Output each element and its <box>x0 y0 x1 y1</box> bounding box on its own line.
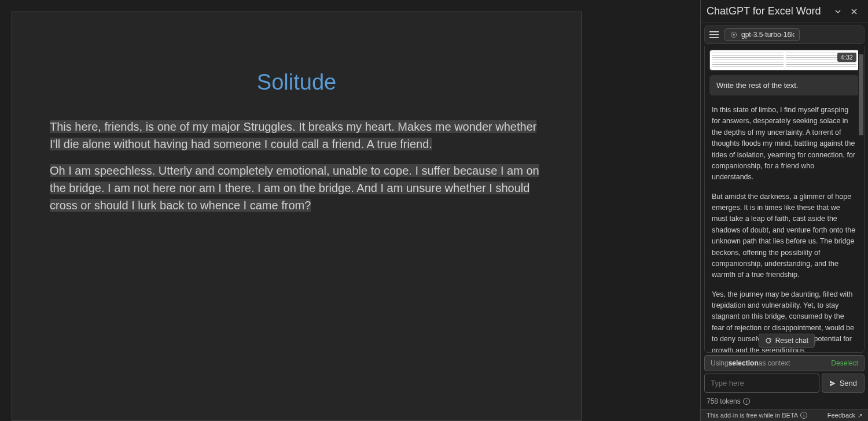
close-icon[interactable] <box>846 3 862 20</box>
token-count: 758 tokens <box>707 397 741 405</box>
panel-scrollbar-bottom[interactable] <box>856 398 862 404</box>
panel-title: ChatGPT for Excel Word <box>707 5 830 17</box>
panel-header: ChatGPT for Excel Word <box>701 0 868 23</box>
openai-icon <box>730 31 738 39</box>
hamburger-icon[interactable] <box>708 29 720 40</box>
model-selector[interactable]: gpt-3.5-turbo-16k <box>724 28 800 41</box>
input-row: Send <box>704 374 865 393</box>
info-icon[interactable]: i <box>743 398 750 405</box>
context-text-bold: selection <box>729 359 759 367</box>
reset-chat-button[interactable]: Reset chat <box>759 334 815 348</box>
deselect-link[interactable]: Deselect <box>831 359 858 367</box>
beta-text: This add-in is free while in BETA <box>707 412 798 419</box>
document-paragraph-1[interactable]: This here, friends, is one of my major S… <box>50 118 543 153</box>
document-page[interactable]: Solitude This here, friends, is one of m… <box>12 12 582 421</box>
chat-area: 4:32 Write the rest of the text. In this… <box>704 46 865 353</box>
reset-chat-label: Reset chat <box>775 337 808 345</box>
message-input[interactable] <box>704 374 819 393</box>
feedback-link[interactable]: Feedback <box>827 412 862 419</box>
chat-scrollbar-track[interactable] <box>858 46 864 352</box>
assistant-paragraph-2: But amidst the darkness, a glimmer of ho… <box>712 191 857 281</box>
preview-time-badge: 4:32 <box>837 53 856 62</box>
chevron-down-icon[interactable] <box>830 3 846 20</box>
chatgpt-side-panel: ChatGPT for Excel Word gpt-3.5-turbo-16k… <box>700 0 868 421</box>
context-bar: Using selection as context Deselect <box>704 355 865 371</box>
svg-point-1 <box>733 34 735 36</box>
send-label: Send <box>840 379 857 387</box>
document-paragraph-2[interactable]: Oh I am speechless. Utterly and complete… <box>50 162 543 214</box>
beta-bar: This add-in is free while in BETA i Feed… <box>701 409 868 421</box>
send-button[interactable]: Send <box>822 374 865 393</box>
assistant-message: In this state of limbo, I find myself gr… <box>709 102 859 352</box>
context-preview[interactable]: 4:32 <box>709 50 859 71</box>
document-area: Solitude This here, friends, is one of m… <box>0 0 700 421</box>
model-name: gpt-3.5-turbo-16k <box>741 31 795 39</box>
token-row: 758 tokens i <box>701 395 868 409</box>
refresh-icon <box>765 337 772 344</box>
chat-scrollbar-thumb[interactable] <box>859 54 863 135</box>
context-text-prefix: Using <box>711 359 729 367</box>
document-title: Solitude <box>50 70 543 95</box>
panel-toolbar: gpt-3.5-turbo-16k <box>704 25 865 44</box>
context-text-suffix: as context <box>759 359 790 367</box>
user-message: Write the rest of the text. <box>709 75 859 95</box>
beta-info-icon[interactable]: i <box>800 412 807 419</box>
chat-scroll[interactable]: 4:32 Write the rest of the text. In this… <box>705 46 864 352</box>
send-icon <box>829 380 836 387</box>
assistant-paragraph-1: In this state of limbo, I find myself gr… <box>712 105 857 183</box>
